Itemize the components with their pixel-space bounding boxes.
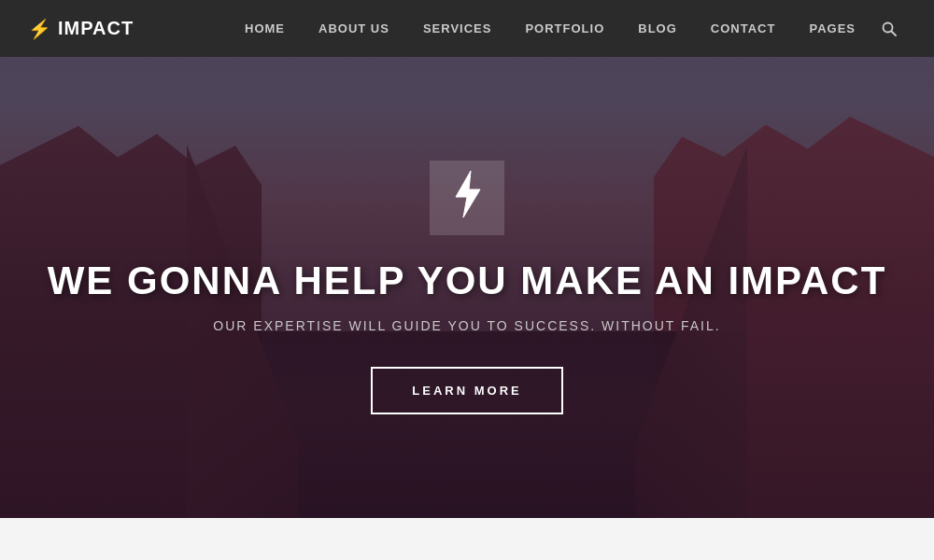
svg-marker-2 xyxy=(456,171,480,217)
nav-item-services[interactable]: SERVICES xyxy=(406,0,509,57)
nav-item-blog[interactable]: BLOG xyxy=(621,0,694,57)
nav-link-pages[interactable]: PAGES xyxy=(792,0,872,57)
svg-line-1 xyxy=(892,31,897,35)
logo-text: IMPACT xyxy=(58,18,134,39)
nav-links: HOME ABOUT US SERVICES PORTFOLIO BLOG CO… xyxy=(228,0,872,57)
nav-item-about[interactable]: ABOUT US xyxy=(302,0,406,57)
hero-subheadline: OUR EXPERTISE WILL GUIDE YOU TO SUCCESS.… xyxy=(213,318,720,333)
nav-item-pages[interactable]: PAGES xyxy=(792,0,872,57)
nav-link-home[interactable]: HOME xyxy=(228,0,302,57)
hero-section: WE GONNA HELP YOU MAKE AN IMPACT OUR EXP… xyxy=(0,0,934,518)
nav-item-home[interactable]: HOME xyxy=(228,0,302,57)
navbar: ⚡ IMPACT HOME ABOUT US SERVICES PORTFOLI… xyxy=(0,0,934,57)
hero-content: WE GONNA HELP YOU MAKE AN IMPACT OUR EXP… xyxy=(0,57,934,518)
hero-bolt-icon xyxy=(448,171,486,226)
nav-link-services[interactable]: SERVICES xyxy=(406,0,509,57)
nav-item-portfolio[interactable]: PORTFOLIO xyxy=(508,0,621,57)
hero-bolt-box xyxy=(430,161,504,235)
nav-item-contact[interactable]: CONTACT xyxy=(694,0,793,57)
nav-link-contact[interactable]: CONTACT xyxy=(694,0,793,57)
learn-more-button[interactable]: LEARN MORE xyxy=(371,367,562,414)
logo-bolt-icon: ⚡ xyxy=(28,18,52,40)
nav-link-portfolio[interactable]: PORTFOLIO xyxy=(508,0,621,57)
logo[interactable]: ⚡ IMPACT xyxy=(28,18,134,40)
search-icon[interactable] xyxy=(872,0,906,57)
bottom-strip xyxy=(0,518,934,560)
nav-link-about[interactable]: ABOUT US xyxy=(302,0,406,57)
nav-link-blog[interactable]: BLOG xyxy=(621,0,694,57)
hero-headline: WE GONNA HELP YOU MAKE AN IMPACT xyxy=(48,259,887,302)
